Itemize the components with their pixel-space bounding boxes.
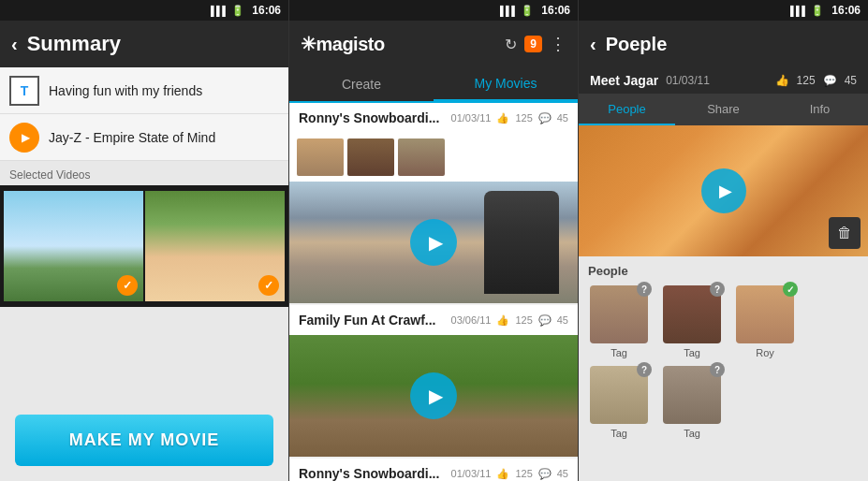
person-item-2[interactable]: ? Tag [659, 285, 725, 358]
comment-icon-2: 💬 [538, 314, 552, 327]
movie-card-1-thumbs [289, 133, 578, 182]
sub-tab-share[interactable]: Share [675, 94, 772, 125]
person-item-1[interactable]: ? Tag [586, 285, 652, 358]
meet-comment-count: 45 [845, 74, 857, 87]
person-item-5[interactable]: ? Tag [659, 366, 725, 439]
play-button-1[interactable] [410, 219, 457, 266]
person-label-5: Tag [684, 428, 700, 439]
question-badge-2: ? [710, 282, 725, 297]
signal-icon-2: ▌▌▌ [500, 6, 517, 16]
movies-scroll-area[interactable]: Ronny's Snowboardi... 01/03/11 👍 125 💬 4… [289, 103, 578, 481]
summary-title: Summary [27, 32, 121, 56]
meet-bar: Meet Jagar 01/03/11 👍 125 💬 45 [579, 67, 868, 94]
meet-stats: 👍 125 💬 45 [775, 74, 857, 87]
movie-card-2-thumb[interactable] [289, 335, 578, 457]
movie-card-1-title: Ronny's Snowboardi... [299, 110, 446, 125]
movie-card-2[interactable]: Family Fun At Crawf... 03/06/11 👍 125 💬 … [289, 305, 578, 457]
battery-icon-1: 🔋 [231, 5, 244, 17]
movie-card-1-thumb[interactable] [289, 182, 578, 303]
make-movie-label: MAKE MY MOVIE [69, 430, 220, 450]
person-label-2: Tag [684, 347, 700, 358]
panel-magisto: ▌▌▌ 🔋 16:06 ✳magisto ↻ 9 ⋮ Create My Mov… [289, 0, 579, 481]
title-item-label: Having fun with my friends [49, 83, 202, 98]
time-1: 16:06 [252, 4, 281, 17]
person-avatar-1: ? [590, 285, 648, 343]
movie-tabs: Create My Movies [289, 67, 578, 103]
comment-icon-3: 💬 [538, 468, 552, 480]
movie-card-3-date: 01/03/11 [451, 468, 492, 479]
selected-check-2: ✓ [258, 275, 279, 296]
sync-icon[interactable]: ↻ [505, 36, 517, 53]
notification-badge[interactable]: 9 [524, 36, 542, 52]
more-options-icon[interactable]: ⋮ [550, 34, 566, 54]
movie-card-3-title: Ronny's Snowboardi... [299, 466, 446, 481]
movie-card-1-date: 01/03/11 [451, 112, 492, 124]
selected-check-1: ✓ [117, 275, 138, 296]
question-badge-1: ? [637, 282, 652, 297]
summary-header: ‹ Summary [0, 21, 288, 67]
like-icon-2: 👍 [496, 314, 509, 327]
person-item-3[interactable]: ✓ Roy [732, 285, 798, 358]
like-count-2: 125 [515, 314, 532, 326]
back-button[interactable]: ‹ [11, 34, 18, 55]
person-avatar-4: ? [590, 366, 648, 424]
thumb-small-1 [297, 138, 344, 176]
person-item-4[interactable]: ? Tag [586, 366, 652, 439]
person-avatar-5: ? [663, 366, 721, 424]
person-avatar-2: ? [663, 285, 721, 343]
signal-icon-3: ▌▌▌ [790, 6, 807, 16]
hero-play-button[interactable] [701, 168, 746, 213]
music-item-label: Jay-Z - Empire State of Mind [49, 130, 215, 145]
play-button-2[interactable] [410, 372, 457, 419]
movie-card-2-title: Family Fun At Crawf... [299, 313, 446, 328]
signal-icon-1: ▌▌▌ [211, 6, 228, 16]
people-sub-tabs: People Share Info [579, 94, 868, 125]
sub-tab-info[interactable]: Info [772, 94, 868, 125]
film-thumb-1[interactable]: ✓ [4, 191, 143, 301]
tab-create[interactable]: Create [289, 67, 434, 101]
magisto-header: ✳magisto ↻ 9 ⋮ [289, 21, 578, 67]
snowboard-person [484, 191, 559, 294]
people-back-button[interactable]: ‹ [590, 34, 596, 55]
people-section-label: People [579, 256, 868, 282]
make-movie-button[interactable]: MAKE MY MOVIE [15, 415, 273, 466]
text-icon: T [9, 76, 39, 106]
film-thumb-2[interactable]: ✓ [145, 191, 285, 301]
comment-count-2: 45 [557, 314, 568, 326]
panel-summary: ▌▌▌ 🔋 16:06 ‹ Summary T Having fun with … [0, 0, 289, 481]
selected-videos-label: Selected Videos [0, 161, 288, 185]
person-label-1: Tag [611, 347, 627, 358]
magisto-star-icon: ✳ [301, 34, 316, 54]
like-count-1: 125 [515, 112, 532, 124]
movie-card-1[interactable]: Ronny's Snowboardi... 01/03/11 👍 125 💬 4… [289, 103, 578, 303]
title-list-item[interactable]: T Having fun with my friends [0, 67, 288, 114]
movie-card-3[interactable]: Ronny's Snowboardi... 01/03/11 👍 125 💬 4… [289, 459, 578, 481]
hero-delete-button[interactable]: 🗑 [829, 217, 861, 249]
people-section: People ? Tag ? Tag ✓ [579, 256, 868, 481]
panel-people: ▌▌▌ 🔋 16:06 ‹ Poeple Meet Jagar 01/03/11… [579, 0, 868, 481]
filmstrip: ✓ ✓ [0, 185, 288, 307]
time-3: 16:06 [831, 4, 861, 17]
like-icon-1: 👍 [496, 112, 509, 124]
music-play-icon [9, 123, 39, 153]
meet-like-count: 125 [797, 74, 816, 87]
people-header: ‹ Poeple [579, 21, 868, 67]
thumb-small-3 [398, 138, 445, 176]
tab-my-movies[interactable]: My Movies [434, 67, 578, 101]
status-bar-1: ▌▌▌ 🔋 16:06 [0, 0, 288, 21]
person-label-4: Tag [611, 428, 627, 439]
thumb-small-2 [347, 138, 394, 176]
status-bar-3: ▌▌▌ 🔋 16:06 [579, 0, 868, 21]
status-bar-2: ▌▌▌ 🔋 16:06 [289, 0, 578, 21]
sub-tab-people[interactable]: People [579, 94, 675, 125]
delete-icon: 🗑 [837, 225, 852, 241]
person-label-3: Roy [756, 347, 774, 358]
music-list-item[interactable]: Jay-Z - Empire State of Mind [0, 114, 288, 161]
movie-card-1-stats: 👍 125 💬 45 [496, 112, 568, 124]
meet-date: 01/03/11 [666, 74, 710, 87]
check-badge-3: ✓ [783, 282, 798, 297]
person-avatar-3: ✓ [736, 285, 794, 343]
movie-card-3-stats: 👍 125 💬 45 [496, 468, 568, 480]
meet-text: Meet Jagar [590, 73, 658, 88]
meet-comment-icon: 💬 [823, 74, 837, 87]
